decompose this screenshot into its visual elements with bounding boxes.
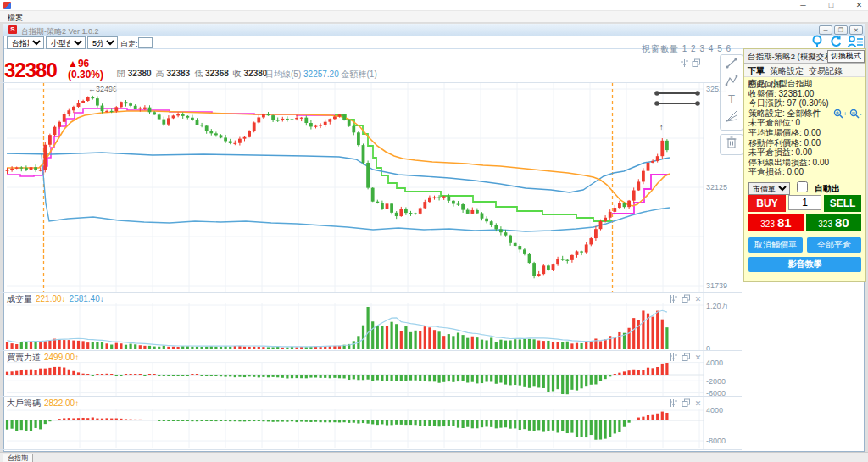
- strategy-app-icon: S: [8, 25, 17, 34]
- trade-field-row: 未平倉損益: 0.00: [748, 148, 861, 158]
- account-icon[interactable]: [847, 35, 864, 48]
- svg-text:-: -: [860, 111, 862, 117]
- trade-field-row: 平倉損益: 0.00: [748, 167, 861, 177]
- chart-window-titlebar[interactable]: [3, 24, 865, 36]
- menubar: 檔案: [0, 11, 868, 23]
- svg-text:+: +: [843, 111, 846, 117]
- statusbar-tab[interactable]: 台指期: [3, 454, 33, 462]
- os-titlebar: ─ □ ✕: [0, 0, 868, 11]
- trade-field-row: 停利線出場損益: 0.00: [748, 158, 861, 168]
- market-select[interactable]: 台指期: [7, 36, 44, 49]
- os-close-button[interactable]: ✕: [846, 0, 868, 11]
- trade-panel-tabs: 下單策略設定交易記錄歷史回測: [744, 64, 865, 77]
- menu-file[interactable]: 檔案: [8, 13, 23, 24]
- trash-icon[interactable]: [721, 135, 743, 153]
- text-tool-icon[interactable]: T: [721, 91, 743, 109]
- child-close-button[interactable]: ✕: [849, 25, 863, 35]
- child-minimize-button[interactable]: ─: [819, 25, 832, 35]
- quantity-input[interactable]: [788, 195, 821, 210]
- trade-panel-body: + - 商品: 小型台指期收盤價: 32381.00今日漲跌: 97 (0.30…: [744, 77, 865, 281]
- close-all-button[interactable]: 全部平倉: [807, 237, 861, 253]
- buy-button[interactable]: BUY: [748, 195, 786, 212]
- tutorial-button[interactable]: 影音教學: [748, 257, 861, 272]
- zoom-icons: + -: [833, 107, 862, 122]
- custom-interval-input[interactable]: [138, 37, 153, 48]
- zoom-in-icon[interactable]: +: [833, 109, 846, 119]
- price-chart-canvas[interactable]: ↑: [0, 49, 742, 454]
- drawing-toolbar: T: [720, 54, 743, 131]
- app-icon: [3, 2, 11, 9]
- application-window: ─ □ ✕ 檔案 S 台指期-策略2 Ver 1.0.2 ─ ❐ ✕ 台指期 小…: [0, 0, 868, 462]
- trade-field-row: 移動停利價格: 0.00: [748, 138, 861, 148]
- refresh-icon[interactable]: [828, 35, 845, 48]
- svg-text:↑: ↑: [659, 123, 664, 131]
- trade-field-row: 收盤價: 32381.00: [748, 89, 861, 99]
- ask-price-button[interactable]: 32381: [748, 214, 804, 231]
- sell-button[interactable]: SELL: [824, 195, 861, 212]
- bid-price-button[interactable]: 32380: [806, 214, 861, 231]
- auto-exit-checkbox[interactable]: [797, 181, 808, 192]
- cancel-trigger-button[interactable]: 取消觸價單: [748, 237, 803, 253]
- trade-field-row: 商品: 小型台指期: [748, 79, 861, 89]
- trade-tab-0[interactable]: 下單: [748, 65, 765, 77]
- fan-lines-icon[interactable]: [721, 109, 743, 126]
- os-minimize-button[interactable]: ─: [790, 0, 816, 11]
- drawing-toolbar-trash: [720, 134, 743, 155]
- order-type-select[interactable]: 市價單: [748, 182, 790, 195]
- os-maximize-button[interactable]: □: [818, 0, 844, 11]
- polyline-icon[interactable]: [721, 73, 743, 91]
- switch-mode-button[interactable]: 切換模式: [827, 50, 865, 63]
- trendline-icon[interactable]: [721, 55, 743, 73]
- product-select[interactable]: 小型台指期: [46, 36, 86, 49]
- trade-panel: 台指期-策略2 (模擬交易) 切換模式 下單策略設定交易記錄歷史回測 + - 商…: [743, 48, 866, 282]
- pin-icon[interactable]: [810, 35, 826, 48]
- child-restore-button[interactable]: ❐: [834, 25, 848, 35]
- interval-select[interactable]: 5分K: [87, 36, 118, 49]
- trade-field-row: 平均進場價格: 0.00: [748, 128, 861, 138]
- zoom-out-icon[interactable]: -: [849, 109, 862, 119]
- trade-tab-2[interactable]: 交易記錄: [809, 65, 843, 77]
- auto-exit-label: 自動出: [815, 184, 840, 193]
- trade-tab-1[interactable]: 策略設定: [770, 65, 804, 77]
